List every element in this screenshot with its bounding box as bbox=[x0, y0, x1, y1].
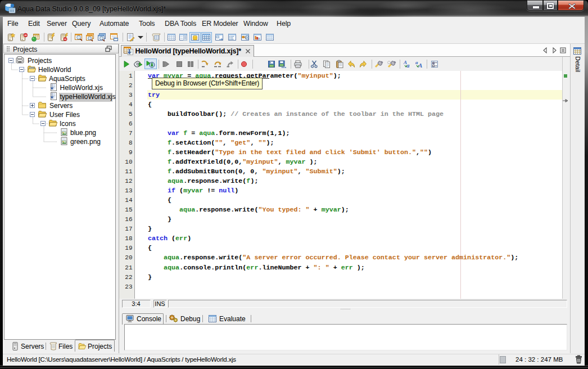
svg-text:A: A bbox=[418, 62, 422, 69]
